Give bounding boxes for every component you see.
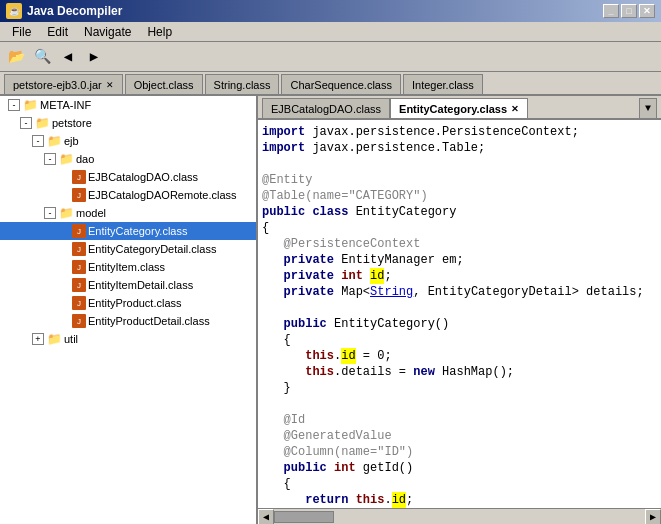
window-title: Java Decompiler — [27, 4, 603, 18]
code-line-12 — [258, 300, 661, 316]
code-line-4: @Entity — [258, 172, 661, 188]
expand-petstore[interactable]: - — [20, 117, 32, 129]
horizontal-scrollbar-track[interactable] — [274, 511, 645, 523]
code-line-21: @Column(name="ID") — [258, 444, 661, 460]
toolbar-btn-back[interactable]: ◀ — [56, 45, 80, 69]
tree-item-entityitemdetail[interactable]: J EntityItemDetail.class — [0, 276, 256, 294]
code-line-5: @Table(name="CATEGORY") — [258, 188, 661, 204]
menu-help[interactable]: Help — [139, 23, 180, 41]
file-tab-jar[interactable]: petstore-ejb3.0.jar ✕ — [4, 74, 123, 94]
folder-icon-util: 📁 — [46, 331, 62, 347]
code-line-11: private Map<String, EntityCategoryDetail… — [258, 284, 661, 300]
code-line-7: { — [258, 220, 661, 236]
expand-metainf[interactable]: - — [8, 99, 20, 111]
tab-dropdown[interactable]: ▼ — [639, 98, 657, 118]
expand-dao[interactable]: - — [44, 153, 56, 165]
close-entitycategory-tab[interactable]: ✕ — [511, 104, 519, 114]
app-icon: ☕ — [6, 3, 22, 19]
expand-util[interactable]: + — [32, 333, 44, 345]
java-icon-entityitem: J — [72, 260, 86, 274]
code-line-20: @GeneratedValue — [258, 428, 661, 444]
minimize-button[interactable]: _ — [603, 4, 619, 18]
tree-panel: - 📁 META-INF - 📁 petstore - 📁 ejb - 📁 da… — [0, 96, 258, 524]
code-line-3 — [258, 156, 661, 172]
java-icon-ejbcatalogdao: J — [72, 170, 86, 184]
close-jar-tab[interactable]: ✕ — [106, 80, 114, 90]
code-line-14: { — [258, 332, 661, 348]
tree-item-entityitem[interactable]: J EntityItem.class — [0, 258, 256, 276]
code-line-6: public class EntityCategory — [258, 204, 661, 220]
toolbar: 📂 🔍 ◀ ▶ — [0, 42, 661, 72]
code-line-1: import javax.persistence.PersistenceCont… — [258, 124, 661, 140]
menu-bar: File Edit Navigate Help — [0, 22, 661, 42]
code-tab-ejbcatalogdao[interactable]: EJBCatalogDAO.class — [262, 98, 390, 118]
file-tab-object[interactable]: Object.class — [125, 74, 203, 94]
tree-item-entitycategorydetail[interactable]: J EntityCategoryDetail.class — [0, 240, 256, 258]
toolbar-btn-search[interactable]: 🔍 — [30, 45, 54, 69]
java-icon-entitycategory: J — [72, 224, 86, 238]
code-tab-entitycategory[interactable]: EntityCategory.class ✕ — [390, 98, 528, 118]
tree-item-ejbcatalogdao[interactable]: J EJBCatalogDAO.class — [0, 168, 256, 186]
title-bar: ☕ Java Decompiler _ □ ✕ — [0, 0, 661, 22]
java-icon-entityproductdetail: J — [72, 314, 86, 328]
java-icon-entitycategorydetail: J — [72, 242, 86, 256]
tree-item-entityproduct[interactable]: J EntityProduct.class — [0, 294, 256, 312]
code-line-2: import javax.persistence.Table; — [258, 140, 661, 156]
window-controls: _ □ ✕ — [603, 4, 655, 18]
code-line-18 — [258, 396, 661, 412]
file-tab-string[interactable]: String.class — [205, 74, 280, 94]
tree-item-model[interactable]: - 📁 model — [0, 204, 256, 222]
main-content: - 📁 META-INF - 📁 petstore - 📁 ejb - 📁 da… — [0, 96, 661, 524]
code-line-22: public int getId() — [258, 460, 661, 476]
code-line-16: this.details = new HashMap(); — [258, 364, 661, 380]
code-line-9: private EntityManager em; — [258, 252, 661, 268]
right-panel: EJBCatalogDAO.class EntityCategory.class… — [258, 96, 661, 524]
file-tab-charsequence[interactable]: CharSequence.class — [281, 74, 401, 94]
code-view[interactable]: import javax.persistence.PersistenceCont… — [258, 120, 661, 508]
code-line-13: public EntityCategory() — [258, 316, 661, 332]
bottom-scrollbar[interactable]: ◀ ▶ — [258, 508, 661, 524]
folder-icon-ejb: 📁 — [46, 133, 62, 149]
tree-item-util[interactable]: + 📁 util — [0, 330, 256, 348]
file-tab-integer[interactable]: Integer.class — [403, 74, 483, 94]
tree-item-ejbcatalogdaoremote[interactable]: J EJBCatalogDAORemote.class — [0, 186, 256, 204]
tree-item-ejb[interactable]: - 📁 ejb — [0, 132, 256, 150]
code-line-23: { — [258, 476, 661, 492]
tree-item-entitycategory[interactable]: J EntityCategory.class — [0, 222, 256, 240]
code-line-24: return this.id; — [258, 492, 661, 508]
menu-edit[interactable]: Edit — [39, 23, 76, 41]
java-icon-ejbcatalogdaoremote: J — [72, 188, 86, 202]
expand-model[interactable]: - — [44, 207, 56, 219]
java-icon-entityproduct: J — [72, 296, 86, 310]
folder-icon-metainf: 📁 — [22, 97, 38, 113]
maximize-button[interactable]: □ — [621, 4, 637, 18]
folder-icon-dao: 📁 — [58, 151, 74, 167]
code-line-17: } — [258, 380, 661, 396]
tree-item-petstore[interactable]: - 📁 petstore — [0, 114, 256, 132]
code-line-8: @PersistenceContext — [258, 236, 661, 252]
toolbar-btn-open[interactable]: 📂 — [4, 45, 28, 69]
horizontal-scrollbar-thumb[interactable] — [274, 511, 334, 523]
file-tabs: petstore-ejb3.0.jar ✕ Object.class Strin… — [0, 72, 661, 96]
tree-item-metainf[interactable]: - 📁 META-INF — [0, 96, 256, 114]
expand-ejb[interactable]: - — [32, 135, 44, 147]
code-line-15: this.id = 0; — [258, 348, 661, 364]
folder-icon-model: 📁 — [58, 205, 74, 221]
toolbar-btn-forward[interactable]: ▶ — [82, 45, 106, 69]
menu-navigate[interactable]: Navigate — [76, 23, 139, 41]
code-tabs-bar: EJBCatalogDAO.class EntityCategory.class… — [258, 96, 661, 120]
scroll-right-btn[interactable]: ▶ — [645, 509, 661, 525]
code-line-10: private int id; — [258, 268, 661, 284]
scroll-left-btn[interactable]: ◀ — [258, 509, 274, 525]
menu-file[interactable]: File — [4, 23, 39, 41]
tree-item-entityproductdetail[interactable]: J EntityProductDetail.class — [0, 312, 256, 330]
tree-item-dao[interactable]: - 📁 dao — [0, 150, 256, 168]
code-line-19: @Id — [258, 412, 661, 428]
close-button[interactable]: ✕ — [639, 4, 655, 18]
java-icon-entityitemdetail: J — [72, 278, 86, 292]
folder-icon-petstore: 📁 — [34, 115, 50, 131]
